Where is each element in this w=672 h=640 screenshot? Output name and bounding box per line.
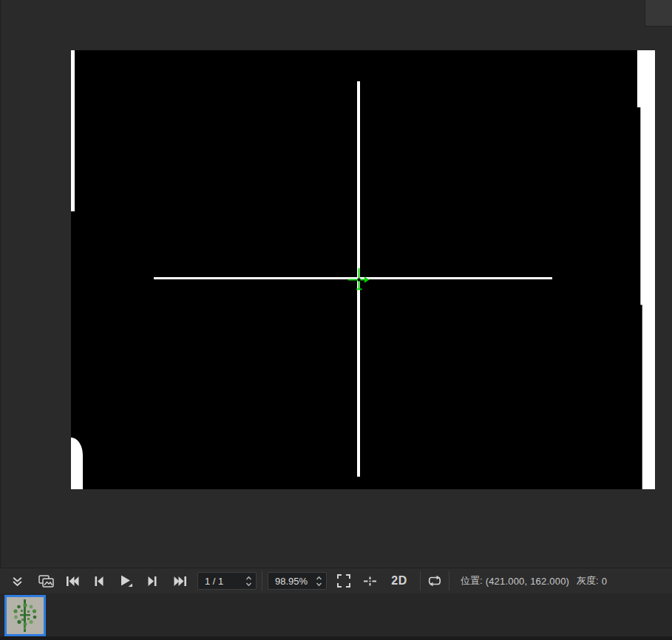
image-white-right-edge [637,50,655,489]
frame-1-thumbnail[interactable] [4,595,46,636]
next-frame-icon [147,576,157,587]
viewer-window: 1 / 1 98.95% 2D [0,0,672,640]
previous-frame-icon [94,576,104,587]
toolbar-separator [262,571,262,590]
next-frame-button[interactable] [144,576,160,587]
grayscale-value: 0 [602,576,607,587]
spinner-up-down-icon[interactable] [245,575,252,588]
center-crosshair-button[interactable] [362,574,378,588]
mode-2d-button[interactable]: 2D [388,574,410,588]
top-right-panel-fragment [645,0,672,27]
image-viewport[interactable] [71,50,655,489]
fullscreen-icon [337,574,350,588]
play-icon [118,574,133,588]
zoom-level-spinner[interactable]: 98.95% [268,572,327,590]
position-label: 位置: [461,574,483,588]
window-bottom-edge [0,636,672,640]
frame-counter-value: 1 / 1 [205,576,223,587]
center-crosshair-icon [363,574,377,588]
image-gallery-icon [38,575,54,588]
cursor-readout: 位置: (421.000, 162.000) 灰度: 0 [461,574,607,588]
position-value: (421.000, 162.000) [486,576,569,587]
loop-icon [427,575,443,587]
collapse-toolbar-button[interactable] [10,576,24,587]
thumbnail-filmstrip [0,593,672,636]
toolbar-separator [449,571,449,590]
spinner-up-down-icon[interactable] [316,575,322,588]
fullscreen-button[interactable] [336,574,352,588]
previous-frame-button[interactable] [91,576,107,587]
play-button[interactable] [118,574,134,588]
frame-counter-spinner[interactable]: 1 / 1 [197,572,257,590]
skip-first-button[interactable] [64,576,81,587]
skip-last-button[interactable] [171,576,189,587]
zoom-level-value: 98.95% [275,576,308,587]
playback-toolbar: 1 / 1 98.95% 2D [0,568,672,593]
image-gallery-button[interactable] [38,575,54,588]
thumbnail-image [7,597,44,634]
grayscale-label: 灰度: [577,574,599,588]
skip-last-icon [173,576,187,587]
window-left-border [0,0,1,640]
image-white-left-edge [71,50,75,211]
skip-first-icon [66,576,80,587]
image-white-bottom-left-patch [71,438,83,489]
collapse-icon [12,576,23,587]
loop-playback-button[interactable] [426,575,444,587]
toolbar-separator [420,571,421,590]
green-cursor-overlay [345,266,372,293]
